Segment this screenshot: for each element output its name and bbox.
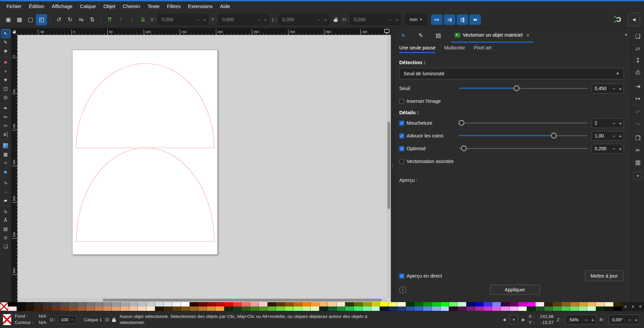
menu-chemin[interactable]: Chemin — [119, 2, 144, 10]
lock-ratio-icon[interactable] — [334, 17, 338, 22]
color-swatch[interactable] — [121, 306, 129, 311]
color-swatch[interactable] — [337, 306, 346, 311]
color-swatch[interactable] — [596, 302, 605, 306]
fill-stroke-none-swatch[interactable] — [3, 314, 11, 325]
color-swatch[interactable] — [86, 306, 95, 311]
color-swatch[interactable] — [8, 306, 17, 311]
speckles-increment-button[interactable]: + — [617, 120, 624, 126]
save-button[interactable]: ↧ — [633, 54, 643, 67]
color-swatch[interactable] — [388, 302, 397, 306]
palette-swatch-column[interactable] — [241, 302, 250, 311]
color-swatch[interactable] — [328, 306, 337, 311]
menu-fichier[interactable]: Fichier — [3, 2, 25, 10]
info-icon[interactable]: i — [399, 286, 406, 293]
export-button[interactable]: ↦ — [633, 92, 643, 105]
palette-swatch-column[interactable] — [449, 302, 458, 311]
color-swatch[interactable] — [518, 302, 527, 306]
palette-swatch-column[interactable] — [259, 302, 268, 311]
raise-to-top-button[interactable]: ⇈ — [104, 14, 115, 25]
color-swatch[interactable] — [276, 306, 285, 311]
palette-swatch-column[interactable] — [51, 302, 60, 311]
smooth-corners-slider[interactable] — [459, 131, 588, 141]
x-increment-button[interactable]: + — [201, 17, 208, 23]
speckles-decrement-button[interactable]: − — [611, 120, 617, 126]
live-preview-row[interactable]: ✓ Aperçu en direct — [399, 272, 442, 280]
palette-swatch-column[interactable] — [605, 302, 613, 311]
history-next-icon[interactable]: ▶ — [521, 317, 525, 322]
color-swatch[interactable] — [34, 302, 43, 306]
menu-calque[interactable]: Calque — [76, 2, 100, 10]
color-swatch[interactable] — [17, 306, 26, 311]
pencil-tool[interactable]: ✏ — [1, 113, 10, 121]
color-swatch[interactable] — [95, 306, 103, 311]
palette-swatch-column[interactable] — [34, 302, 43, 311]
palette-swatch-column[interactable] — [613, 302, 622, 311]
color-swatch[interactable] — [354, 302, 363, 306]
color-swatch[interactable] — [553, 302, 561, 306]
palette-swatch-column[interactable] — [475, 302, 484, 311]
palette-swatch-column[interactable] — [60, 302, 69, 311]
color-swatch[interactable] — [579, 302, 588, 306]
color-swatch[interactable] — [363, 306, 371, 311]
zoom-control[interactable]: 54% − + — [565, 315, 597, 325]
mesh-gradient-tool[interactable]: ▦ — [1, 150, 10, 159]
palette-swatch-column[interactable] — [527, 302, 536, 311]
color-swatch[interactable] — [441, 302, 449, 306]
threshold-input[interactable]: 0,450 − + — [592, 84, 624, 93]
strip-dropdown-button[interactable]: ▾ — [633, 172, 643, 180]
selection-box-toggle[interactable]: ◰ — [36, 14, 47, 25]
color-swatch[interactable] — [181, 306, 190, 311]
color-swatch[interactable] — [268, 302, 276, 306]
opacity-decrement-button[interactable]: − — [71, 317, 74, 322]
palette-swatch-column[interactable] — [570, 302, 579, 311]
snapping-icon[interactable]: Ɔ — [614, 15, 623, 24]
color-swatch[interactable] — [587, 302, 596, 306]
color-swatch[interactable] — [484, 306, 492, 311]
color-swatch[interactable] — [216, 302, 224, 306]
color-swatch[interactable] — [475, 302, 484, 306]
live-preview-checkbox[interactable]: ✓ — [399, 274, 404, 279]
eraser-tool[interactable]: ▰ — [1, 196, 10, 205]
color-swatch[interactable] — [579, 306, 588, 311]
x-input[interactable]: 0,000 − + — [158, 14, 208, 25]
vertical-ruler[interactable]: 050100150200250300 — [11, 35, 17, 302]
node-editor-tool[interactable]: ✎ — [1, 38, 10, 47]
text-tool[interactable]: A — [1, 130, 10, 139]
paint-bucket-tool[interactable]: ◆ — [1, 167, 10, 176]
color-swatch[interactable] — [68, 306, 77, 311]
color-swatch[interactable] — [544, 302, 553, 306]
new-document-button[interactable]: ❑ — [633, 30, 643, 42]
color-swatch[interactable] — [380, 306, 388, 311]
color-swatch[interactable] — [492, 302, 501, 306]
threshold-decrement-button[interactable]: − — [611, 86, 617, 91]
palette-swatch-column[interactable] — [198, 302, 207, 311]
height-decrement-button[interactable]: − — [387, 17, 394, 23]
color-swatch[interactable] — [43, 302, 51, 306]
color-swatch[interactable] — [233, 302, 242, 306]
horizontal-ruler[interactable]: -50050100150200250300350400 — [17, 28, 391, 35]
tweak-tool[interactable]: ∿ — [1, 178, 10, 187]
palette-swatch-column[interactable] — [43, 302, 51, 311]
deselect-button[interactable]: ▢ — [25, 14, 36, 25]
palette-swatch-column[interactable] — [190, 302, 198, 311]
color-swatch[interactable] — [345, 302, 354, 306]
palette-swatch-column[interactable] — [492, 302, 501, 311]
layer-visibility-icon[interactable]: ⊙ — [105, 317, 109, 323]
horizontal-scrollbar[interactable] — [17, 298, 387, 302]
color-swatch[interactable] — [285, 306, 293, 311]
no-color-swatch[interactable] — [0, 302, 8, 311]
fill-stroke-dialog-tab[interactable]: ✎ — [412, 28, 429, 43]
palette-swatch-column[interactable] — [406, 302, 415, 311]
color-swatch[interactable] — [311, 302, 319, 306]
palette-swatch-column[interactable] — [293, 302, 302, 311]
tab-une-seule-passe[interactable]: Une seule passe — [399, 43, 435, 53]
color-swatch[interactable] — [501, 306, 510, 311]
palette-swatch-column[interactable] — [345, 302, 354, 311]
y-input[interactable]: 0,000 − + — [219, 14, 269, 25]
connector-tool[interactable]: ↳ — [1, 207, 10, 216]
palette-swatch-column[interactable] — [319, 302, 328, 311]
color-swatch[interactable] — [112, 306, 121, 311]
color-swatch[interactable] — [17, 302, 26, 306]
color-swatch[interactable] — [475, 306, 484, 311]
color-swatch[interactable] — [77, 306, 86, 311]
